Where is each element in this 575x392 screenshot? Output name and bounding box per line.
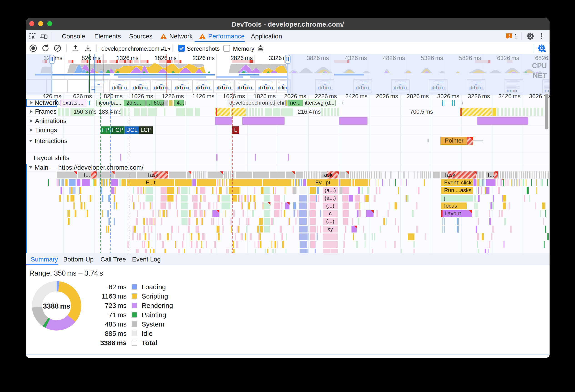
svg-text:2d.s...: 2d.s... xyxy=(126,99,141,106)
svg-text:Task: Task xyxy=(321,172,333,178)
svg-text:1426 ms: 1426 ms xyxy=(192,93,215,99)
svg-text:(...): (...) xyxy=(326,203,334,209)
svg-text:Layout: Layout xyxy=(445,210,461,217)
svg-text:Interactions: Interactions xyxy=(35,137,68,144)
svg-text:T...: T... xyxy=(487,172,494,178)
svg-text:ne...: ne... xyxy=(290,99,301,106)
svg-text:826 ms: 826 ms xyxy=(104,93,122,99)
svg-text:xy: xy xyxy=(328,226,333,232)
svg-text:Timings: Timings xyxy=(35,126,57,133)
svg-text:Layout shifts: Layout shifts xyxy=(34,154,69,161)
svg-text:(...): (...) xyxy=(326,218,334,224)
svg-text:FCP: FCP xyxy=(112,127,123,133)
svg-text:FP: FP xyxy=(102,127,109,133)
svg-text:j: j xyxy=(444,195,445,201)
svg-text:1626 ms: 1626 ms xyxy=(223,93,245,99)
svg-text:183.4 ms: 183.4 ms xyxy=(99,108,121,115)
svg-text:DCL: DCL xyxy=(126,127,138,133)
svg-text:Frames: Frames xyxy=(35,108,57,115)
svg-text:LCP: LCP xyxy=(141,127,152,133)
svg-text:3026 ms: 3026 ms xyxy=(437,93,459,99)
svg-text:626 ms: 626 ms xyxy=(73,93,92,99)
svg-text:chr: chr xyxy=(277,99,285,106)
svg-text:itter.svg (d...: itter.svg (d... xyxy=(305,99,335,106)
svg-text:NET: NET xyxy=(533,72,547,80)
svg-text:216.4 ms: 216.4 ms xyxy=(298,108,321,115)
svg-text:Main — https://developer.chrom: Main — https://developer.chrome.com/ xyxy=(35,164,144,171)
svg-text:1826 ms: 1826 ms xyxy=(253,93,276,99)
svg-text:2326 ms: 2326 ms xyxy=(192,55,215,61)
svg-text:developer.chrome.c: developer.chrome.c xyxy=(229,99,277,106)
svg-text:focus: focus xyxy=(444,203,457,209)
svg-text:3426 ms: 3426 ms xyxy=(498,93,521,99)
svg-text:3388 ms: 3388 ms xyxy=(43,302,70,310)
svg-text:Task: Task xyxy=(147,172,158,178)
svg-text:CPU: CPU xyxy=(532,62,547,70)
svg-text:Event: click: Event: click xyxy=(444,179,472,186)
svg-text:Task: Task xyxy=(444,172,455,178)
svg-text:2826 ms: 2826 ms xyxy=(407,93,429,99)
svg-text:Pointer: Pointer xyxy=(445,137,464,144)
svg-text:Run ...asks: Run ...asks xyxy=(444,187,471,193)
svg-text:(a...): (a...) xyxy=(325,187,336,193)
svg-text:700.5 ms: 700.5 ms xyxy=(410,108,433,115)
svg-text:Ev...pt: Ev...pt xyxy=(315,179,331,186)
svg-text:E...t: E...t xyxy=(146,179,155,186)
svg-text:2626 ms: 2626 ms xyxy=(376,93,398,99)
svg-text:2426 ms: 2426 ms xyxy=(345,93,367,99)
svg-text:extras....: extras.... xyxy=(63,99,83,106)
svg-text:(a...): (a...) xyxy=(325,195,336,201)
svg-text:426 ms: 426 ms xyxy=(43,93,61,99)
svg-text:Animations: Animations xyxy=(35,117,67,124)
svg-text:4...: 4... xyxy=(177,99,184,106)
svg-text:T...: T... xyxy=(83,172,90,178)
svg-text:Network: Network xyxy=(35,99,58,106)
svg-text:icon-ba...: icon-ba... xyxy=(99,99,121,106)
svg-text:c: c xyxy=(329,210,332,217)
svg-text:L: L xyxy=(234,127,237,133)
svg-text:150.3 ms: 150.3 ms xyxy=(74,108,96,115)
svg-text:1026 ms: 1026 ms xyxy=(131,93,153,99)
svg-text:2226 ms: 2226 ms xyxy=(315,93,337,99)
svg-text:2026 ms: 2026 ms xyxy=(284,93,306,99)
svg-text:1226 ms: 1226 ms xyxy=(162,93,184,99)
svg-text:3226 ms: 3226 ms xyxy=(468,93,490,99)
